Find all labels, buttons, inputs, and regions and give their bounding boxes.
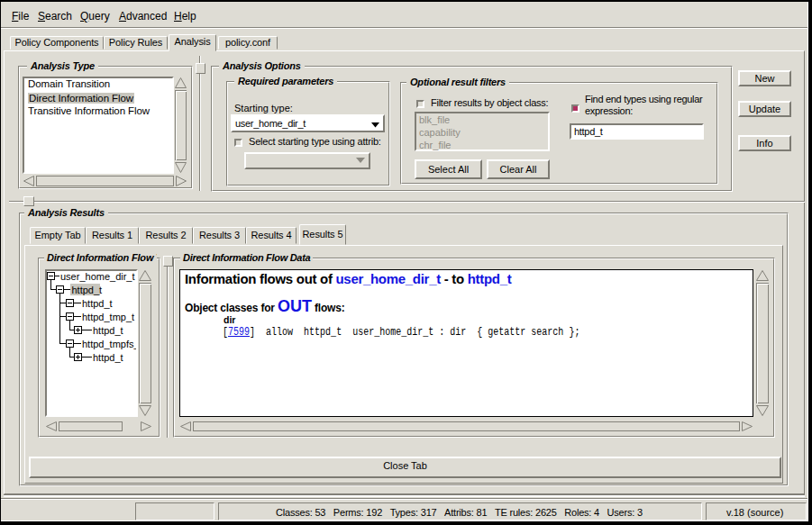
svg-text:httpd_t: httpd_t <box>93 352 123 363</box>
svg-text:httpd_tmp_t: httpd_tmp_t <box>82 312 134 322</box>
svg-text:user_home_dir_t: user_home_dir_t <box>60 271 135 282</box>
svg-text:httpd_t: httpd_t <box>72 285 103 295</box>
svg-text:httpd_t: httpd_t <box>82 298 113 309</box>
svg-text:httpd_t: httpd_t <box>93 325 123 336</box>
svg-text:httpd_tmpfs_t: httpd_tmpfs_t <box>82 339 136 349</box>
